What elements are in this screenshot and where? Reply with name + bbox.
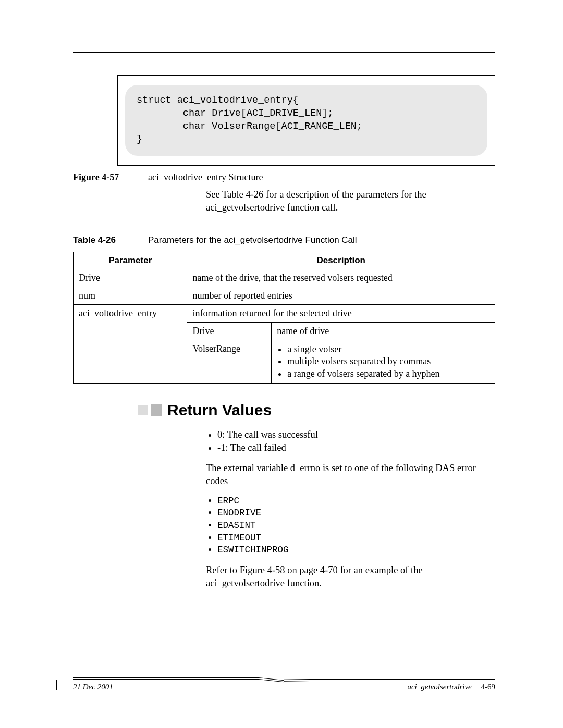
table-row: Drive name of the drive, that the reserv…	[74, 269, 495, 287]
top-rule	[73, 52, 495, 54]
section-heading-row: Return Values	[138, 401, 495, 419]
table-row: aci_voltodrive_entry information returne…	[74, 304, 495, 322]
list-item: 0: The call was successful	[217, 428, 495, 441]
volser-range-list: a single volser multiple volsers separat…	[277, 343, 489, 380]
footer-text-row: 21 Dec 2001 aci_getvolsertodrive 4-69	[73, 683, 495, 692]
th-description: Description	[187, 252, 495, 269]
cell-desc: name of the drive, that the reserved vol…	[187, 269, 495, 287]
refer-paragraph: Refer to Figure 4-58 on page 4-70 for an…	[206, 564, 495, 590]
code-frame: struct aci_voltodrive_entry{ char Drive[…	[117, 75, 495, 166]
cell-subval: name of drive	[272, 322, 495, 340]
code-block: struct aci_voltodrive_entry{ char Drive[…	[125, 85, 487, 156]
table-header-row: Parameter Description	[74, 252, 495, 269]
table-title-row: Table 4-26 Parameters for the aci_getvol…	[117, 235, 495, 245]
error-codes-list: ERPC ENODRIVE EDASINT ETIMEOUT ESWITCHIN…	[206, 495, 495, 557]
intro-paragraph: See Table 4-26 for a description of the …	[206, 188, 495, 214]
list-item: ENODRIVE	[217, 507, 495, 520]
table-caption: Parameters for the aci_getvolsertodrive …	[148, 235, 495, 245]
page-footer: 21 Dec 2001 aci_getvolsertodrive 4-69	[73, 677, 495, 692]
table-row: num number of reported entries	[74, 287, 495, 304]
table-label: Table 4-26	[73, 235, 136, 245]
figure-caption-row: Figure 4-57 aci_voltodrive_entry Structu…	[117, 172, 495, 183]
list-item: a single volser	[287, 343, 489, 355]
list-item: multiple volsers separated by commas	[287, 355, 489, 367]
footer-right: aci_getvolsertodrive 4-69	[407, 683, 495, 692]
cell-subval: a single volser multiple volsers separat…	[272, 340, 495, 383]
footer-function-name: aci_getvolsertodrive	[407, 683, 471, 691]
heading-ornament-icon	[138, 405, 148, 415]
footer-date: 21 Dec 2001	[73, 683, 113, 692]
heading-ornament-icon	[151, 404, 162, 416]
cell-subkey: Drive	[187, 322, 272, 340]
content-column: struct aci_voltodrive_entry{ char Drive[…	[117, 75, 495, 590]
cell-subkey: VolserRange	[187, 340, 272, 383]
th-parameter: Parameter	[74, 252, 187, 269]
list-item: a range of volsers separated by a hyphen	[287, 368, 489, 380]
section-heading: Return Values	[167, 401, 272, 419]
cell-param: aci_voltodrive_entry	[74, 304, 187, 383]
footer-page-number: 4-69	[481, 683, 496, 691]
figure-label: Figure 4-57	[73, 172, 136, 183]
cell-desc: information returned for the selected dr…	[187, 304, 495, 322]
figure-caption: aci_voltodrive_entry Structure	[148, 172, 495, 183]
params-table: Parameter Description Drive name of the …	[73, 252, 495, 384]
footer-rule	[73, 677, 495, 681]
list-item: ERPC	[217, 495, 495, 508]
change-bar	[56, 680, 57, 690]
list-item: EDASINT	[217, 520, 495, 532]
list-item: ESWITCHINPROG	[217, 544, 495, 557]
cell-desc: number of reported entries	[187, 287, 495, 304]
page: struct aci_voltodrive_entry{ char Drive[…	[0, 0, 563, 728]
list-item: -1: The call failed	[217, 441, 495, 454]
cell-param: num	[74, 287, 187, 304]
errno-paragraph: The external variable d_errno is set to …	[206, 462, 495, 488]
cell-param: Drive	[74, 269, 187, 287]
return-values-body: 0: The call was successful -1: The call …	[206, 428, 495, 590]
list-item: ETIMEOUT	[217, 532, 495, 545]
return-values-list: 0: The call was successful -1: The call …	[206, 428, 495, 454]
